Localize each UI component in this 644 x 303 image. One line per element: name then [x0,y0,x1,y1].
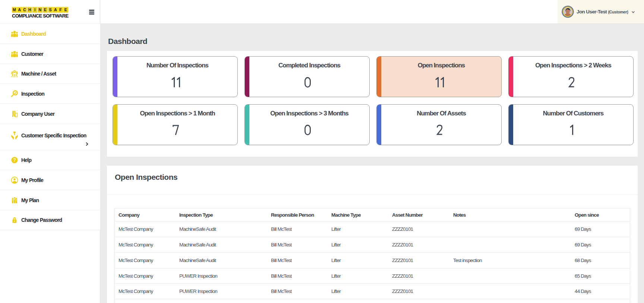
svg-text:?: ? [13,157,16,163]
